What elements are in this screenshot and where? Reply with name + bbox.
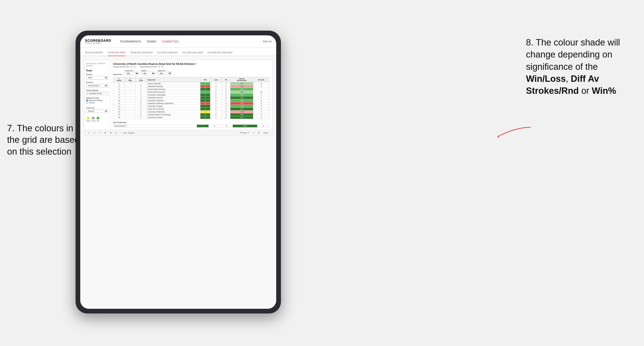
cell-opponent: Texas Tech University bbox=[146, 108, 200, 111]
cell-diff: 6.67 bbox=[230, 116, 253, 119]
cell-conf: 5 bbox=[135, 111, 146, 113]
cell-rounds: 6 bbox=[253, 99, 269, 102]
cell-rank: 14 bbox=[113, 111, 125, 113]
cell-opponent: University of Arizona bbox=[146, 96, 200, 99]
cell-diff: -1.00 bbox=[230, 111, 253, 113]
sub-nav-player-h2h-heatmap[interactable]: PLAYER H2H HEATMAP bbox=[208, 51, 232, 56]
cell-opponent: Georgia Institute of Technology bbox=[146, 113, 200, 116]
cell-win: 1 bbox=[200, 105, 210, 108]
cell-tie: 0 bbox=[222, 91, 230, 94]
filter-row: Opponents: Conference (All) Region ( bbox=[113, 70, 269, 75]
toolbar-link[interactable]: ⛓ bbox=[109, 131, 112, 134]
toolbar-watch[interactable]: 👁 Watch ▾ bbox=[239, 131, 250, 134]
toolbar-back[interactable]: ↶ bbox=[98, 131, 102, 134]
th-rank: #Rank bbox=[113, 77, 125, 82]
tableau-bottom-toolbar: ↩ ↪ ↶ ⊞ ⛓ ⏱ | View: Original | 👁 Watch ▾… bbox=[84, 130, 272, 136]
nav-links: TOURNAMENTS TEAMS COMMITTEE bbox=[120, 40, 260, 43]
table-row: 16 2 University of Florida 3 1 0 6.67 9 bbox=[113, 116, 269, 119]
sub-nav-team-summary[interactable]: TEAM SUMMARY bbox=[85, 51, 103, 56]
table-row: 15 4 Georgia Institute of Technology 5 0… bbox=[113, 113, 269, 116]
cell-diff: 2.61 bbox=[230, 99, 253, 102]
legend-up: Up bbox=[96, 117, 100, 122]
cell-diff: 9.00 bbox=[230, 96, 253, 99]
nav-link-committee[interactable]: COMMITTEE bbox=[162, 40, 179, 43]
cell-loss: 0 bbox=[210, 96, 222, 99]
sub-nav-player-summary[interactable]: PLAYER SUMMARY bbox=[158, 51, 178, 56]
toolbar-embed[interactable]: ⊞ bbox=[257, 131, 260, 134]
sub-nav-team-h2h-grid[interactable]: TEAM H2H GRID bbox=[108, 51, 125, 56]
radio-opponents-played[interactable]: Opponents Played bbox=[86, 99, 108, 101]
toolbar-undo[interactable]: ↩ bbox=[87, 131, 91, 134]
cell-loss: 0 bbox=[210, 113, 222, 116]
table-row: 11 6 University of Arkansas, Fayettevill… bbox=[113, 102, 269, 105]
filter-conference-select[interactable]: (All) bbox=[125, 72, 139, 75]
cell-win: 3 bbox=[200, 108, 210, 111]
legend-down: Down bbox=[86, 117, 90, 122]
sub-nav: TEAM SUMMARY TEAM H2H GRID TEAM H2H HEAT… bbox=[80, 48, 276, 56]
annotation-right-bold3: Win% bbox=[592, 86, 616, 96]
main-panel: University of North Carolina Head-to-Hea… bbox=[110, 60, 272, 130]
panel-team-label: Team bbox=[86, 69, 108, 72]
cell-diff: -2.29 bbox=[230, 85, 253, 88]
cell-opponent: University of Oklahoma bbox=[146, 111, 200, 113]
cell-loss: 2 bbox=[210, 91, 222, 94]
cell-conf: 2 bbox=[135, 94, 146, 96]
cell-loss: 1 bbox=[210, 116, 222, 119]
cell-loss: 0 bbox=[210, 108, 222, 111]
toolbar-clock[interactable]: ⏱ bbox=[114, 131, 118, 134]
logo: SCOREBOARD bbox=[85, 39, 111, 42]
cell-rank: 8 bbox=[113, 94, 125, 96]
cell-opponent: Auburn University bbox=[146, 82, 200, 85]
panel-gender-select[interactable]: Men's bbox=[86, 76, 108, 79]
table-row: 13 1 Texas Tech University 3 0 0 5.56 9 bbox=[113, 108, 269, 111]
legend-level: Level bbox=[92, 117, 95, 122]
toolbar-share-icon[interactable]: ↗ bbox=[252, 131, 255, 134]
nav-link-tournaments[interactable]: TOURNAMENTS bbox=[120, 40, 141, 43]
sub-nav-player-h2h-grid[interactable]: PLAYER H2H GRID bbox=[183, 51, 203, 56]
annotation-right: 8. The colour shade will change dependin… bbox=[526, 36, 639, 97]
cell-tie: 0 bbox=[222, 113, 230, 116]
table-row: 2 - 1 Auburn University 2 1 0 1.67 9 bbox=[113, 82, 269, 85]
panel-school-input[interactable] bbox=[86, 92, 108, 95]
panel-division-select[interactable]: NCAA Division I bbox=[86, 84, 108, 87]
grid-title: University of North Carolina Head-to-Hea… bbox=[113, 62, 269, 65]
cell-loss: 1 bbox=[210, 102, 222, 105]
panel-opponent-view-label: Opponent View bbox=[86, 97, 108, 99]
panel-gender-label: Gender bbox=[86, 73, 108, 75]
out-of-division-table: NCAA Division II 1 0 0 26.00 3 bbox=[113, 125, 269, 128]
cell-opponent: University of Florida bbox=[146, 116, 200, 119]
cell-loss: 0 bbox=[210, 99, 222, 102]
filter-opponent-select[interactable]: (All) bbox=[158, 72, 172, 75]
cell-rounds: 12 bbox=[253, 91, 269, 94]
cell-rounds: 9 bbox=[253, 116, 269, 119]
sub-nav-team-h2h-heatmap[interactable]: TEAM H2H HEATMAP bbox=[130, 51, 153, 56]
cell-win: 3 bbox=[200, 99, 210, 102]
nav-link-teams[interactable]: TEAMS bbox=[146, 40, 156, 43]
toolbar-share[interactable]: Share bbox=[262, 131, 269, 134]
table-row: 3 2 Vanderbilt University 0 4 0 -2.29 8 bbox=[113, 85, 269, 88]
tableau-container: Last Updated: 27/03/202416:55:38 Team Ge… bbox=[84, 60, 272, 136]
tablet-frame: SCOREBOARD Powered by clippd TOURNAMENTS… bbox=[76, 31, 281, 314]
cell-rank: 4 bbox=[113, 88, 125, 91]
cell-reg bbox=[125, 91, 135, 94]
cell-opponent: University of Arkansas, Fayetteville bbox=[146, 102, 200, 105]
cell-conf: 1 bbox=[135, 108, 146, 111]
cell-reg bbox=[125, 99, 135, 102]
annotation-left: 7. The colours in the grid are based on … bbox=[7, 123, 80, 158]
cell-win: 5 bbox=[200, 113, 210, 116]
panel-colour-by-select[interactable]: Win/loss bbox=[86, 109, 108, 113]
cell-rounds: 9 bbox=[253, 82, 269, 85]
sign-out[interactable]: Sign out bbox=[263, 40, 272, 43]
th-loss: Loss bbox=[210, 77, 222, 82]
cell-loss: 1 bbox=[210, 111, 222, 113]
cell-diff: 26.00 bbox=[232, 125, 257, 128]
cell-tie: 0 bbox=[222, 82, 230, 85]
table-row: 6 2 Florida State University 4 2 0 1.83 … bbox=[113, 91, 269, 94]
th-conf: #Conf bbox=[135, 77, 146, 82]
nav-bar: SCOREBOARD Powered by clippd TOURNAMENTS… bbox=[80, 35, 276, 48]
cell-opponent: University of Washington bbox=[146, 94, 200, 96]
filter-region-select[interactable]: (All) bbox=[141, 72, 155, 75]
toolbar-redo[interactable]: ↪ bbox=[92, 131, 96, 134]
radio-top100[interactable]: Top 100 bbox=[86, 102, 108, 104]
toolbar-camera[interactable]: ⊞ bbox=[104, 131, 107, 134]
